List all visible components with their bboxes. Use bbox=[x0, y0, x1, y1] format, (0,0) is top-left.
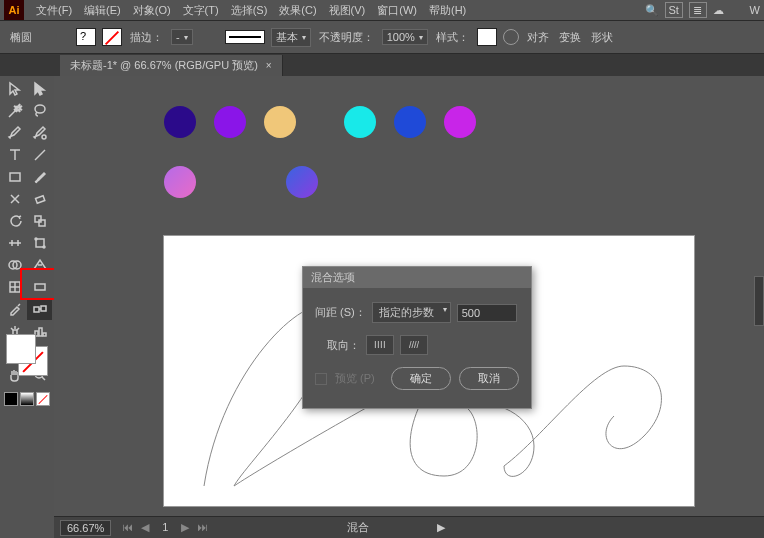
dialog-title: 混合选项 bbox=[303, 267, 531, 288]
cancel-button[interactable]: 取消 bbox=[459, 367, 519, 390]
rotate-tool[interactable] bbox=[2, 210, 27, 232]
rectangle-tool[interactable] bbox=[2, 166, 27, 188]
color-mode-row bbox=[4, 392, 50, 406]
fill-color[interactable] bbox=[6, 334, 36, 364]
direct-selection-tool[interactable] bbox=[27, 78, 52, 100]
artboard-nav[interactable]: ⏮ ◀ 1 ▶ ⏭ bbox=[119, 521, 211, 534]
spacing-mode-select[interactable]: 指定的步数 bbox=[372, 302, 451, 323]
svg-point-8 bbox=[43, 246, 45, 248]
align-btn[interactable]: 对齐 bbox=[527, 30, 549, 45]
color-circle bbox=[444, 106, 476, 138]
opacity-dropdown[interactable]: 100% bbox=[382, 29, 428, 45]
style-label: 样式： bbox=[436, 30, 469, 45]
fill-swatch[interactable]: ? bbox=[76, 28, 96, 46]
prev-artboard-icon[interactable]: ◀ bbox=[138, 521, 152, 534]
menu-edit[interactable]: 编辑(E) bbox=[78, 3, 127, 18]
zoom-level[interactable]: 66.67% bbox=[60, 520, 111, 536]
orient-align-path[interactable]: //// bbox=[400, 335, 428, 355]
preview-label: 预览 (P) bbox=[335, 371, 375, 386]
shaper-tool[interactable] bbox=[2, 188, 27, 210]
line-tool[interactable] bbox=[27, 144, 52, 166]
color-circle bbox=[264, 106, 296, 138]
transform-btn[interactable]: 变换 bbox=[559, 30, 581, 45]
menu-effect[interactable]: 效果(C) bbox=[273, 3, 322, 18]
color-circle bbox=[394, 106, 426, 138]
width-tool[interactable] bbox=[2, 232, 27, 254]
profile-dropdown[interactable]: 基本 bbox=[271, 28, 311, 47]
recolor-icon[interactable] bbox=[503, 29, 519, 45]
svg-point-7 bbox=[35, 238, 37, 240]
last-artboard-icon[interactable]: ⏭ bbox=[194, 521, 211, 534]
eyedropper-tool[interactable] bbox=[2, 298, 27, 320]
artboard-number[interactable]: 1 bbox=[154, 521, 176, 534]
color-mode-gradient[interactable] bbox=[20, 392, 34, 406]
color-mode-none[interactable] bbox=[36, 392, 50, 406]
menu-type[interactable]: 文字(T) bbox=[177, 3, 225, 18]
menu-object[interactable]: 对象(O) bbox=[127, 3, 177, 18]
eraser-tool[interactable] bbox=[27, 188, 52, 210]
pen-tool[interactable] bbox=[2, 122, 27, 144]
status-chevron-icon[interactable]: ▶ bbox=[437, 521, 445, 534]
stroke-label: 描边： bbox=[130, 30, 163, 45]
color-circle bbox=[164, 106, 196, 138]
document-tab-bar: 未标题-1* @ 66.67% (RGB/GPU 预览) × bbox=[0, 54, 764, 76]
svg-rect-5 bbox=[39, 220, 45, 226]
options-bar: 椭圆 ? 描边： - 基本 不透明度： 100% 样式： 对齐 变换 形状 bbox=[0, 20, 764, 54]
panel-toggle[interactable] bbox=[754, 276, 764, 326]
menu-select[interactable]: 选择(S) bbox=[225, 3, 274, 18]
magic-wand-tool[interactable] bbox=[2, 100, 27, 122]
svg-rect-2 bbox=[10, 173, 20, 181]
first-artboard-icon[interactable]: ⏮ bbox=[119, 521, 136, 534]
spacing-label: 间距 (S)： bbox=[315, 305, 366, 320]
orient-align-page[interactable]: ⅠⅠⅠⅠ bbox=[366, 335, 394, 355]
document-tab[interactable]: 未标题-1* @ 66.67% (RGB/GPU 预览) × bbox=[60, 55, 283, 76]
curvature-tool[interactable] bbox=[27, 122, 52, 144]
svg-rect-14 bbox=[41, 306, 46, 311]
color-well[interactable] bbox=[2, 330, 52, 380]
color-mode-solid[interactable] bbox=[4, 392, 18, 406]
workspace-label: W bbox=[750, 4, 760, 16]
preview-checkbox[interactable] bbox=[315, 373, 327, 385]
tab-title: 未标题-1* @ 66.67% (RGB/GPU 预览) bbox=[70, 58, 258, 73]
spacing-value-input[interactable] bbox=[457, 304, 517, 322]
status-bar: 66.67% ⏮ ◀ 1 ▶ ⏭ 混合 ▶ bbox=[54, 516, 764, 538]
stroke-swatch[interactable] bbox=[102, 28, 122, 46]
cloud-icon[interactable]: ☁ bbox=[713, 4, 724, 17]
selection-tool[interactable] bbox=[2, 78, 27, 100]
paintbrush-tool[interactable] bbox=[27, 166, 52, 188]
svg-point-1 bbox=[42, 135, 46, 139]
blend-options-dialog: 混合选项 间距 (S)： 指定的步数 取向： ⅠⅠⅠⅠ //// 预览 (P) … bbox=[302, 266, 532, 409]
blend-tool[interactable] bbox=[27, 298, 52, 320]
tab-close-icon[interactable]: × bbox=[266, 60, 272, 71]
arrange-icon[interactable]: St bbox=[665, 2, 683, 18]
color-circle bbox=[344, 106, 376, 138]
workspace-icon[interactable]: ≣ bbox=[689, 2, 707, 18]
scale-tool[interactable] bbox=[27, 210, 52, 232]
svg-rect-4 bbox=[35, 216, 41, 222]
opacity-label: 不透明度： bbox=[319, 30, 374, 45]
search-icon[interactable]: 🔍 bbox=[645, 4, 659, 17]
current-tool-label: 椭圆 bbox=[10, 30, 32, 45]
status-tool: 混合 bbox=[347, 520, 369, 535]
app-logo: Ai bbox=[4, 0, 24, 20]
svg-rect-13 bbox=[34, 307, 39, 312]
menu-file[interactable]: 文件(F) bbox=[30, 3, 78, 18]
svg-rect-3 bbox=[35, 196, 44, 203]
orientation-label: 取向： bbox=[315, 338, 360, 353]
free-transform-tool[interactable] bbox=[27, 232, 52, 254]
stroke-weight-dropdown[interactable]: - bbox=[171, 29, 193, 45]
lasso-tool[interactable] bbox=[27, 100, 52, 122]
color-circle bbox=[286, 166, 318, 198]
menu-bar: Ai 文件(F) 编辑(E) 对象(O) 文字(T) 选择(S) 效果(C) 视… bbox=[0, 0, 764, 20]
graphic-style-swatch[interactable] bbox=[477, 28, 497, 46]
stroke-style-preview[interactable] bbox=[225, 30, 265, 44]
ok-button[interactable]: 确定 bbox=[391, 367, 451, 390]
color-circle bbox=[164, 166, 196, 198]
menu-help[interactable]: 帮助(H) bbox=[423, 3, 472, 18]
color-circle bbox=[214, 106, 246, 138]
menu-window[interactable]: 窗口(W) bbox=[371, 3, 423, 18]
next-artboard-icon[interactable]: ▶ bbox=[178, 521, 192, 534]
shape-btn[interactable]: 形状 bbox=[591, 30, 613, 45]
type-tool[interactable] bbox=[2, 144, 27, 166]
menu-view[interactable]: 视图(V) bbox=[323, 3, 372, 18]
